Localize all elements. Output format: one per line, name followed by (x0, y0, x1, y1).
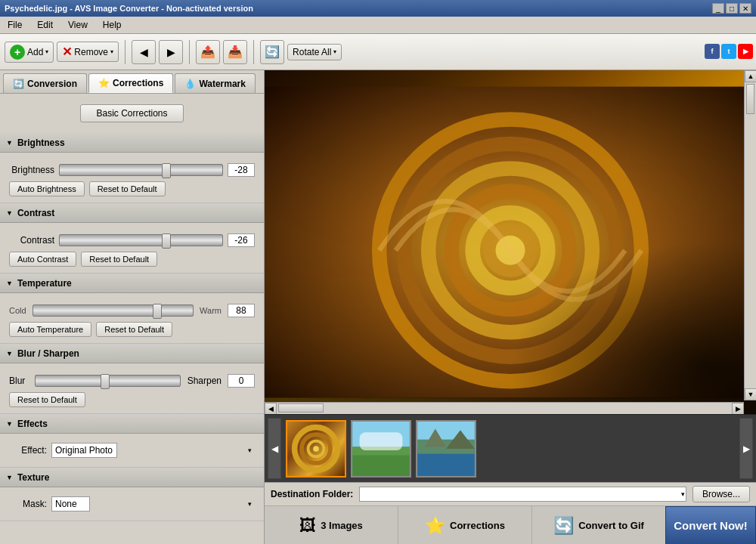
vertical-scrollbar[interactable]: ▲ ▼ (744, 70, 756, 400)
tab-conversion[interactable]: 🔄 Conversion (3, 73, 87, 93)
temperature-thumb[interactable] (153, 304, 162, 319)
blur-sharpen-thumb[interactable] (101, 374, 110, 389)
contrast-slider[interactable] (59, 234, 223, 246)
v-scroll-thumb[interactable] (746, 84, 754, 114)
svg-rect-16 (360, 432, 403, 450)
texture-mask-label: Mask: (9, 499, 47, 509)
maximize-button[interactable]: □ (726, 3, 738, 14)
remove-button[interactable]: ✕ Remove ▾ (57, 42, 119, 62)
add-button[interactable]: + Add ▾ (5, 42, 54, 63)
thumb-1-svg (287, 422, 345, 476)
export-icon: 📤 (200, 45, 215, 59)
destination-input[interactable] (359, 487, 686, 502)
brightness-label: Brightness (9, 165, 54, 175)
contrast-reset-button[interactable]: Reset to Default (81, 252, 157, 267)
texture-select[interactable]: None Canvas Paper (51, 496, 90, 512)
add-dropdown-arrow[interactable]: ▾ (45, 48, 48, 55)
scroll-right-button[interactable]: ▶ (732, 403, 744, 414)
corrections-icon: ⭐ (98, 78, 110, 88)
rotate-label: Rotate All (293, 47, 331, 57)
rotate-dropdown-arrow[interactable]: ▾ (333, 48, 336, 55)
tab-bar: 🔄 Conversion ⭐ Corrections 💧 Watermark (0, 70, 264, 94)
texture-select-wrapper: None Canvas Paper ▾ (51, 496, 255, 512)
contrast-value[interactable] (228, 233, 255, 247)
menu-edit[interactable]: Edit (33, 18, 57, 32)
texture-dropdown-icon: ▾ (248, 500, 252, 508)
contrast-label: Contrast (9, 235, 54, 246)
thumb-3-image (417, 422, 475, 476)
blur-sharpen-header-text: Blur / Sharpen (17, 348, 79, 359)
twitter-icon[interactable]: t (721, 44, 736, 59)
minimize-button[interactable]: _ (712, 3, 724, 14)
brightness-value[interactable] (228, 163, 255, 177)
brightness-section: Brightness Auto Brightness Reset to Defa… (0, 153, 264, 203)
brightness-section-header[interactable]: ▼ Brightness (0, 133, 264, 153)
facebook-icon[interactable]: f (705, 44, 720, 59)
h-scroll-track[interactable] (277, 403, 732, 414)
browse-button[interactable]: Browse... (692, 486, 750, 502)
tab-corrections[interactable]: ⭐ Corrections (88, 73, 173, 93)
texture-select-row: Mask: None Canvas Paper ▾ (9, 496, 255, 512)
contrast-thumb[interactable] (162, 233, 171, 249)
auto-temperature-button[interactable]: Auto Temperature (9, 322, 91, 337)
thumbnail-2[interactable] (351, 420, 411, 478)
thumbnail-3[interactable] (416, 420, 476, 478)
refresh-button[interactable]: 🔄 (260, 40, 284, 64)
effects-section-header[interactable]: ▼ Effects (0, 414, 264, 434)
basic-corrections-button[interactable]: Basic Corrections (80, 104, 183, 122)
menu-help[interactable]: Help (98, 18, 126, 32)
temperature-value[interactable] (228, 304, 255, 317)
thumbnail-1[interactable] (286, 420, 346, 478)
v-scroll-track[interactable] (745, 82, 756, 388)
scroll-up-button[interactable]: ▲ (745, 70, 756, 82)
blur-sharpen-reset-button[interactable]: Reset to Default (9, 392, 85, 407)
export-button[interactable]: 📤 (196, 40, 220, 64)
blur-sharpen-value[interactable] (228, 374, 255, 388)
effects-collapse-icon: ▼ (6, 420, 13, 428)
effects-select-wrapper: Original Photo Black & White Sepia ▾ (51, 443, 255, 458)
temperature-section-header[interactable]: ▼ Temperature (0, 274, 264, 293)
blur-sharpen-section-header[interactable]: ▼ Blur / Sharpen (0, 344, 264, 363)
sharpen-label: Sharpen (184, 376, 222, 386)
tab-watermark[interactable]: 💧 Watermark (175, 73, 256, 93)
remove-dropdown-arrow[interactable]: ▾ (110, 48, 113, 55)
destination-dropdown-icon[interactable]: ▾ (681, 490, 685, 498)
rotate-button[interactable]: Rotate All ▾ (287, 44, 342, 60)
thumb-prev-button[interactable]: ◀ (268, 418, 281, 479)
effects-select[interactable]: Original Photo Black & White Sepia (51, 443, 117, 458)
horizontal-scrollbar[interactable]: ◀ ▶ (265, 402, 744, 414)
auto-contrast-button[interactable]: Auto Contrast (9, 252, 76, 267)
nav-forward-button[interactable]: ▶ (159, 40, 183, 64)
scroll-down-button[interactable]: ▼ (745, 388, 756, 400)
menu-file[interactable]: File (3, 18, 26, 32)
texture-section-header[interactable]: ▼ Texture (0, 468, 264, 487)
menu-view[interactable]: View (64, 18, 92, 32)
scroll-left-button[interactable]: ◀ (265, 403, 277, 414)
thumb-next-button[interactable]: ▶ (739, 418, 753, 479)
nav-back-button[interactable]: ◀ (132, 40, 156, 64)
corrections-step-icon: ⭐ (425, 516, 445, 536)
temperature-reset-button[interactable]: Reset to Default (96, 322, 172, 337)
close-button[interactable]: ✕ (739, 3, 751, 14)
convert-now-button[interactable]: Convert Now! (665, 506, 756, 544)
auto-brightness-button[interactable]: Auto Brightness (9, 181, 85, 196)
watermark-icon: 💧 (184, 79, 196, 89)
youtube-icon[interactable]: ▶ (738, 44, 753, 59)
gif-step-icon: 🔄 (553, 516, 574, 536)
temperature-slider[interactable] (33, 304, 194, 317)
corrections-step-label: Corrections (450, 520, 505, 531)
social-icons: f t ▶ (705, 44, 753, 59)
tab-corrections-label: Corrections (113, 78, 163, 88)
brightness-slider[interactable] (59, 164, 223, 176)
bottom-bar: Destination Folder: ▾ Browse... (265, 482, 756, 505)
contrast-section-header[interactable]: ▼ Contrast (0, 203, 264, 223)
import-button[interactable]: 📥 (223, 40, 247, 64)
brightness-thumb[interactable] (162, 163, 171, 178)
contrast-slider-row: Contrast (9, 233, 255, 247)
window-controls[interactable]: _ □ ✕ (712, 3, 751, 14)
blur-label: Blur (9, 376, 32, 386)
blur-sharpen-slider[interactable] (35, 375, 181, 387)
h-scroll-thumb[interactable] (278, 403, 324, 413)
brightness-reset-button[interactable]: Reset to Default (89, 181, 166, 196)
blur-sharpen-collapse-icon: ▼ (6, 350, 13, 357)
